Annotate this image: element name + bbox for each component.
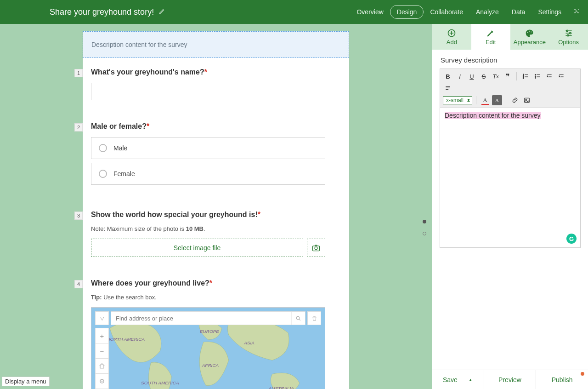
nav-settings[interactable]: Settings (531, 6, 568, 18)
publish-button[interactable]: Publish (536, 370, 588, 389)
select-image-button[interactable]: Select image file (91, 239, 303, 257)
svg-point-13 (527, 32, 528, 33)
quote-button[interactable]: ❞ (503, 71, 513, 81)
align-button[interactable] (443, 83, 453, 93)
notification-dot-icon (581, 372, 584, 376)
zoom-in-button[interactable]: + (95, 328, 109, 343)
nav-overview[interactable]: Overview (350, 6, 390, 18)
preview-button[interactable]: Preview (484, 370, 537, 389)
link-button[interactable] (510, 95, 520, 105)
question-number: 1 (74, 69, 83, 77)
tab-appearance[interactable]: Appearance (510, 24, 549, 50)
rich-text-editor[interactable]: B I U S Tx ❞ 123 x-small A A (440, 69, 581, 248)
top-bar: Share your greyhound story! Overview Des… (0, 0, 588, 24)
question-label: Where does your greyhound live?* (91, 279, 341, 287)
description-banner[interactable]: Description content for the survey (83, 31, 349, 58)
question-hint: Note: Maximum size of the photo is 10 MB… (91, 225, 341, 232)
shuffle-icon[interactable] (568, 7, 581, 17)
top-nav: Overview Design Collaborate Analyze Data… (350, 5, 581, 19)
indent-button[interactable] (556, 71, 566, 81)
tab-label: Options (558, 39, 579, 46)
canvas-area: Description content for the survey 1 Wha… (0, 24, 432, 389)
nav-data[interactable]: Data (505, 6, 532, 18)
radio-icon (99, 144, 107, 152)
svg-text:SOUTH AMERICA: SOUTH AMERICA (141, 380, 179, 385)
map-menu-toggle[interactable]: ▽ (95, 311, 109, 325)
radio-option-female[interactable]: Female (91, 163, 325, 185)
svg-point-18 (567, 34, 568, 36)
tab-label: Appearance (514, 39, 546, 46)
question-3[interactable]: 3 Show the world how special your greyho… (83, 200, 349, 269)
svg-point-15 (531, 31, 531, 32)
radio-label: Female (113, 170, 135, 177)
survey-canvas: Description content for the survey 1 Wha… (83, 31, 349, 389)
underline-button[interactable]: U (467, 71, 477, 81)
grammarly-icon[interactable]: G (566, 234, 577, 244)
question-4[interactable]: 4 Where does your greyhound live?* Tip: … (83, 269, 349, 389)
svg-point-16 (566, 30, 568, 31)
page-dot-active[interactable] (423, 220, 426, 223)
map-clear-button[interactable] (307, 311, 321, 325)
survey-title: Share your greyhound story! (50, 7, 154, 17)
save-button[interactable]: Save▲ (432, 370, 484, 389)
svg-point-9 (296, 316, 300, 320)
name-input[interactable] (91, 83, 325, 100)
question-1[interactable]: 1 What's your greyhound's name?* (83, 58, 349, 112)
ordered-list-button[interactable]: 123 (520, 71, 531, 81)
home-button[interactable] (95, 358, 109, 374)
nav-collaborate[interactable]: Collaborate (424, 6, 469, 18)
tab-label: Add (447, 39, 457, 46)
tab-label: Edit (486, 39, 496, 46)
tab-add[interactable]: Add (432, 24, 471, 50)
page-dot[interactable] (423, 232, 426, 235)
unordered-list-button[interactable] (532, 71, 543, 81)
question-label: What's your greyhound's name?* (91, 68, 341, 76)
pencil-icon[interactable] (158, 7, 166, 17)
svg-point-23 (535, 76, 536, 77)
svg-text:AUSTRALIA: AUSTRALIA (268, 386, 294, 389)
question-hint: Tip: Use the search box. (91, 294, 341, 301)
editor-body[interactable]: Description content for the survey (440, 108, 580, 123)
camera-button[interactable] (307, 239, 325, 257)
footer-bar: Save▲ Preview Publish (432, 370, 588, 389)
locate-button[interactable] (95, 373, 109, 389)
svg-rect-25 (525, 98, 530, 102)
text-color-button[interactable]: A (480, 95, 490, 105)
svg-text:EUROPE: EUROPE (200, 329, 219, 334)
side-panel: Add Edit Appearance Options Survey descr… (432, 24, 588, 389)
svg-point-1 (315, 247, 317, 250)
svg-point-11 (102, 381, 102, 381)
nav-design[interactable]: Design (390, 5, 424, 19)
side-heading: Survey description (432, 50, 588, 69)
font-size-select[interactable]: x-small (443, 96, 472, 104)
image-button[interactable] (522, 95, 532, 105)
svg-text:3: 3 (523, 77, 524, 79)
editor-selected-text: Description content for the survey (445, 112, 541, 119)
zoom-out-button[interactable]: − (95, 343, 109, 359)
radio-label: Male (113, 144, 127, 152)
svg-point-24 (535, 78, 536, 79)
svg-point-22 (535, 74, 536, 75)
italic-button[interactable]: I (455, 71, 465, 81)
clear-format-button[interactable]: Tx (491, 71, 501, 81)
map-search[interactable] (111, 311, 305, 325)
bold-button[interactable]: B (443, 71, 453, 81)
tab-edit[interactable]: Edit (471, 24, 510, 50)
svg-text:NORTH AMERICA: NORTH AMERICA (107, 337, 145, 342)
editor-toolbar: B I U S Tx ❞ 123 x-small A A (440, 69, 580, 108)
question-number: 3 (74, 212, 83, 220)
strike-button[interactable]: S (479, 71, 489, 81)
page-indicator (423, 220, 426, 235)
map-widget[interactable]: NORTH AMERICA SOUTH AMERICA EUROPE AFRIC… (91, 307, 325, 389)
radio-option-male[interactable]: Male (91, 137, 325, 159)
question-label: Show the world how special your greyhoun… (91, 211, 341, 219)
bg-color-button[interactable]: A (492, 95, 502, 105)
search-icon[interactable] (291, 312, 305, 325)
outdent-button[interactable] (544, 71, 554, 81)
side-tabs: Add Edit Appearance Options (432, 24, 588, 50)
tab-options[interactable]: Options (549, 24, 588, 50)
map-search-input[interactable] (111, 315, 291, 322)
question-2[interactable]: 2 Male or female?* Male Female (83, 112, 349, 200)
nav-analyze[interactable]: Analyze (469, 6, 505, 18)
svg-point-14 (529, 30, 530, 31)
